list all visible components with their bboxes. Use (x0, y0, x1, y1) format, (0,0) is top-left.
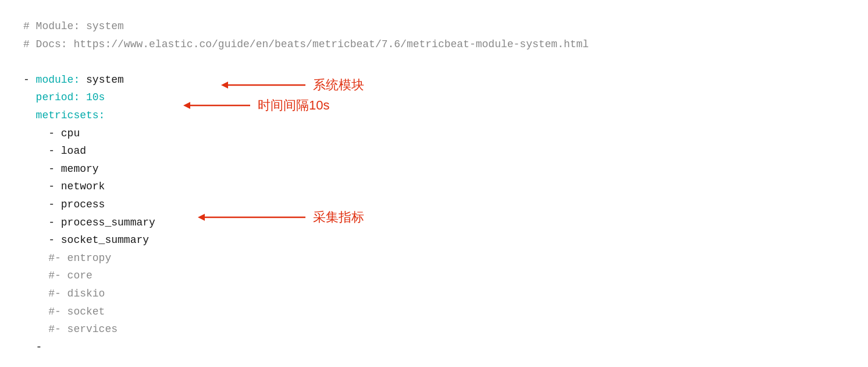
item-process: - process (23, 196, 845, 214)
comment-line-2: # Docs: https://www.elastic.co/guide/en/… (23, 36, 845, 54)
metricsets-key: metricsets: (23, 107, 105, 125)
arrow-collect-metrics-svg (192, 207, 308, 228)
blank-line-1 (23, 53, 845, 71)
comment-text-2: # Docs: https://www.elastic.co/guide/en/… (23, 36, 589, 54)
annotation-system-text: 系统模块 (313, 76, 364, 94)
item-diskio: #- diskio (23, 285, 845, 303)
metricsets-line: metricsets: (23, 107, 845, 125)
comment-line-1: # Module: system (23, 17, 845, 36)
item-services: #- services (23, 320, 845, 338)
module-dash: - (23, 71, 36, 89)
annotation-time-text: 时间间隔10s (258, 97, 329, 114)
arrowhead-time (183, 102, 190, 109)
period-value: 10s (80, 89, 105, 107)
item-network: - network (23, 178, 845, 196)
annotation-collect-text: 采集指标 (313, 209, 364, 226)
code-block: # Module: system # Docs: https://www.ela… (23, 17, 845, 356)
item-socket-summary: - socket_summary (23, 231, 845, 249)
item-entropy: #- entropy (23, 249, 845, 267)
period-key: period: (23, 89, 80, 107)
annotation-time-interval: 时间间隔10s (177, 95, 329, 116)
module-line: - module: system (23, 71, 845, 89)
module-value: system (80, 71, 124, 89)
bottom-line: - (23, 338, 845, 357)
item-memory: - memory (23, 160, 845, 178)
comment-text-1: # Module: system (23, 17, 124, 36)
arrow-time-interval-svg (177, 95, 253, 116)
item-load: - load (23, 142, 845, 160)
arrow-system-module-svg (215, 75, 308, 96)
arrowhead-system (221, 82, 228, 89)
annotation-system-module: 系统模块 (215, 75, 364, 96)
page-wrapper: # Module: system # Docs: https://www.ela… (23, 17, 845, 356)
period-line: period: 10s (23, 89, 845, 107)
arrowhead-collect (198, 214, 205, 221)
item-cpu: - cpu (23, 125, 845, 143)
bottom-dash: - (23, 338, 42, 357)
item-socket: #- socket (23, 303, 845, 321)
annotation-collect-metrics: 采集指标 (192, 207, 364, 228)
module-key: module: (36, 71, 80, 89)
item-core: #- core (23, 267, 845, 285)
item-process-summary: - process_summary (23, 214, 845, 232)
